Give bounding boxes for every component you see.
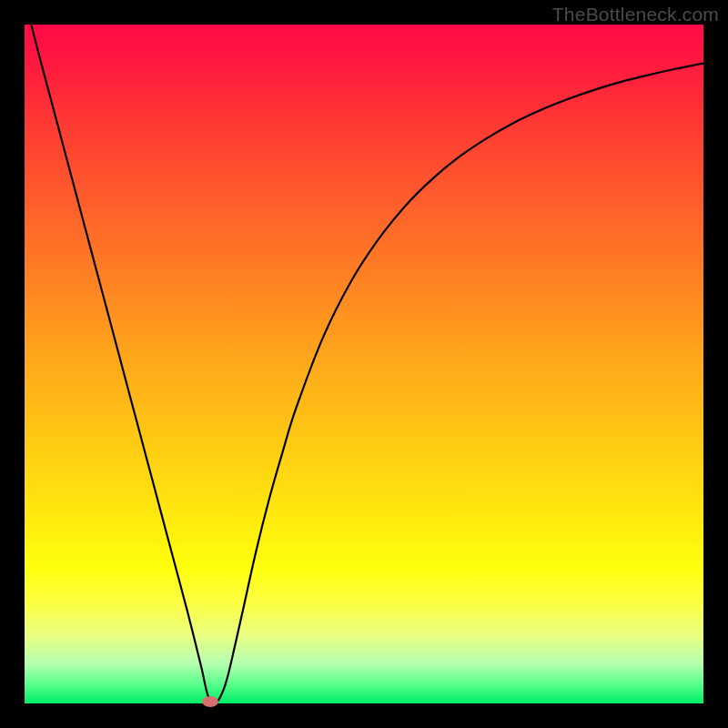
watermark-text: TheBottleneck.com: [552, 4, 719, 25]
plot-area: [25, 25, 703, 703]
chart-frame: TheBottleneck.com: [0, 0, 728, 728]
curve-svg: [25, 25, 703, 703]
min-marker: [202, 696, 218, 707]
bottleneck-curve: [25, 25, 703, 703]
